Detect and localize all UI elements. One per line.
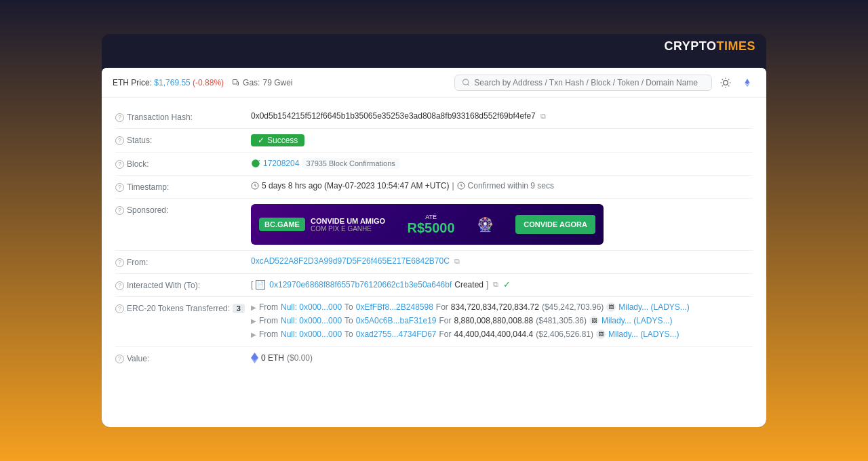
confirmed-badge: Confirmed within 9 secs [468,181,554,191]
timestamp-label: ? Timestamp: [115,181,251,192]
row-sponsored: ? Sponsored: BC.GAME CONVIDE UM AMIGO CO… [115,199,753,251]
eth-icon[interactable] [739,75,755,91]
confirm-clock-icon [457,182,465,190]
ad-center: ATÉ R$5000 [408,214,455,236]
block-value: 17208204 37935 Block Confirmations [251,158,753,169]
help-icon-erc20: ? [115,304,124,313]
eth-price-value: $1,769.55 [154,78,190,87]
gas-info: Gas: 79 Gwei [232,78,292,87]
ethereum-icon [743,78,752,87]
arrow-icon-3: ▶ [251,331,256,338]
interacted-value: [ 📄 0x12970e6868f88f6557b76120662c1b3e50… [251,279,753,289]
help-icon-value: ? [115,355,124,363]
ad-text-block: CONVIDE UM AMIGO COM PIX E GANHE [311,217,385,233]
ad-pix: COM PIX E GANHE [311,225,385,233]
brand-name-white: CRYPTO [664,39,716,53]
timestamp-text: 5 days 8 hrs ago (May-07-2023 10:54:47 A… [262,181,449,191]
search-icon [462,78,470,87]
pipe-separator: | [452,181,454,191]
amount-3: 44,400,044,400,044.4 [454,329,534,339]
bracket-open: [ [251,280,253,289]
transfer-row-2: ▶ From Null: 0x000...000 To 0x5A0c6B...b… [251,316,673,325]
copy-hash-icon[interactable]: ⧉ [538,111,548,121]
sponsored-label: ? Sponsored: [115,204,251,215]
ad-decorations: 🎡 [477,216,494,233]
theme-toggle[interactable] [717,75,734,91]
interacted-address-link[interactable]: 0x12970e6868f88f6557b76120662c1b3e50a646… [269,280,452,289]
verified-icon: ✓ [503,279,511,289]
help-icon-sponsored: ? [115,206,124,215]
help-icon-interacted: ? [115,281,124,290]
value-content: 0 ETH ($0.00) [251,353,753,363]
coin-icon: 🎡 [477,216,494,233]
bc-logo: BC.GAME [259,218,305,231]
contract-icon: 📄 [256,280,265,289]
check-circle-icon [251,159,260,168]
null-addr-3[interactable]: Null: 0x000...000 [281,329,342,339]
block-confirmations: 37935 Block Confirmations [302,158,399,169]
token-name-2[interactable]: Milady... (LADYS...) [601,316,672,325]
value-label: ? Value: [115,353,251,363]
status-value: ✓ Success [251,134,753,146]
svg-line-8 [722,85,723,86]
ad-left: BC.GAME CONVIDE UM AMIGO COM PIX E GANHE [259,217,385,233]
transfer-row-3: ▶ From Null: 0x000...000 To 0xad2755...4… [251,329,679,339]
row-from: ? From: 0xcAD522A8F2D3A99d97D5F26f465E21… [115,251,753,274]
header-left: ETH Price: $1,769.55 (-0.88%) Gas: 79 Gw… [113,78,292,87]
tx-hash-value: 0x0d5b154215f512f6645b1b35065e35253e3ad8… [251,111,753,121]
search-input[interactable] [474,78,705,87]
amount-2: 8,880,008,880,008.88 [454,316,534,325]
svg-line-9 [728,79,729,79]
null-addr-1[interactable]: Null: 0x000...000 [281,302,342,312]
search-box[interactable] [454,75,712,91]
token-name-3[interactable]: Milady... (LADYS...) [608,329,679,339]
brand-bar: CRYPTOTIMES [653,34,766,59]
copy-from-icon[interactable]: ⧉ [452,256,462,266]
row-timestamp: ? Timestamp: 5 days 8 hrs ago (May-07-20… [115,176,753,199]
checkmark-icon: ✓ [258,136,264,145]
row-erc20: ? ERC-20 Tokens Transferred: 3 ▶ From Nu… [115,297,753,347]
erc20-value: ▶ From Null: 0x000...000 To 0xEfFBf8...2… [251,302,753,341]
from-label: ? From: [115,256,251,267]
bracket-close: ] [486,280,488,289]
svg-point-1 [724,80,728,85]
to-addr-3[interactable]: 0xad2755...4734FD67 [356,329,437,339]
sponsored-value: BC.GAME CONVIDE UM AMIGO COM PIX E GANHE… [251,204,753,245]
ad-cta-button[interactable]: CONVIDE AGORA [515,215,595,234]
gas-label: Gas: [243,78,260,87]
token-avatar-1: 🖼 [606,302,616,312]
transfer-row-1: ▶ From Null: 0x000...000 To 0xEfFBf8...2… [251,302,690,312]
eth-header: ETH Price: $1,769.55 (-0.88%) Gas: 79 Gw… [102,68,766,98]
block-number-link[interactable]: 17208204 [263,159,299,168]
value-usd: ($0.00) [287,353,313,363]
eth-diamond-icon [251,353,258,363]
to-addr-1[interactable]: 0xEfFBf8...2B248598 [356,302,433,312]
usd-2: ($481,305.36) [536,316,587,325]
to-addr-2[interactable]: 0x5A0c6B...baF31e19 [356,316,437,325]
brand-name-orange: TIMES [716,39,755,53]
help-icon-hash: ? [115,113,124,122]
row-block: ? Block: 17208204 37935 Block Confirmati… [115,153,753,176]
interacted-label: ? Interacted With (To): [115,279,251,290]
ad-banner[interactable]: BC.GAME CONVIDE UM AMIGO COM PIX E GANHE… [251,204,604,245]
gas-icon [232,79,240,87]
svg-line-5 [728,85,729,86]
token-avatar-2: 🖼 [589,316,599,325]
value-eth: 0 ETH [261,353,284,363]
svg-line-4 [722,79,723,79]
usd-3: ($2,406,526.81) [536,329,593,339]
copy-interacted-icon[interactable]: ⧉ [491,280,500,289]
eth-price-info: ETH Price: $1,769.55 (-0.88%) [113,78,224,87]
outer-container: CRYPTOTIMES ETH Price: $1,769.55 (-0.88%… [102,34,766,427]
clock-icon [251,182,259,190]
null-addr-2[interactable]: Null: 0x000...000 [281,316,342,325]
arrow-icon-1: ▶ [251,304,256,311]
block-label: ? Block: [115,158,251,169]
help-icon-status: ? [115,136,124,145]
help-icon-from: ? [115,258,124,267]
gas-value: 79 Gwei [262,78,292,87]
timestamp-value: 5 days 8 hrs ago (May-07-2023 10:54:47 A… [251,181,753,191]
content-area: ? Transaction Hash: 0x0d5b154215f512f664… [102,98,766,378]
token-name-1[interactable]: Milady... (LADYS...) [618,302,689,312]
from-address-link[interactable]: 0xcAD522A8F2D3A99d97D5F26f465E217E6842B7… [251,256,450,266]
